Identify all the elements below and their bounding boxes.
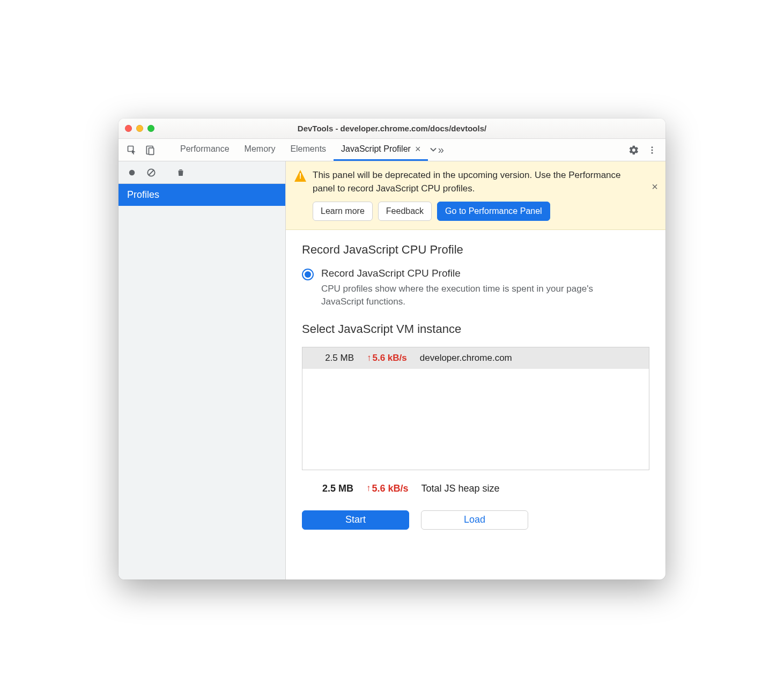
tab-memory[interactable]: Memory <box>237 139 283 161</box>
svg-point-4 <box>652 149 653 151</box>
button-label: Learn more <box>321 206 365 216</box>
svg-line-8 <box>149 170 154 175</box>
load-button[interactable]: Load <box>421 510 528 530</box>
deprecation-banner: This panel will be deprecated in the upc… <box>286 161 665 230</box>
heap-total-row: 2.5 MB ↑5.6 kB/s Total JS heap size <box>302 481 649 496</box>
total-rate: ↑5.6 kB/s <box>366 483 409 494</box>
sidebar-item-label: Profiles <box>127 189 159 200</box>
devtools-window: DevTools - developer.chrome.com/docs/dev… <box>119 118 665 580</box>
tab-label: Memory <box>245 144 276 154</box>
tab-javascript-profiler[interactable]: JavaScript Profiler × <box>334 139 428 161</box>
minimize-window-button[interactable] <box>136 125 143 132</box>
window-title: DevTools - developer.chrome.com/docs/dev… <box>119 124 665 133</box>
titlebar: DevTools - developer.chrome.com/docs/dev… <box>119 118 665 139</box>
zoom-window-button[interactable] <box>147 125 154 132</box>
go-to-performance-button[interactable]: Go to Performance Panel <box>437 202 550 221</box>
close-banner-icon[interactable]: × <box>652 181 658 193</box>
clear-icon[interactable] <box>143 165 159 181</box>
feedback-button[interactable]: Feedback <box>378 202 432 221</box>
tab-label: Elements <box>290 144 326 154</box>
svg-point-5 <box>652 152 653 153</box>
tab-label: Performance <box>180 144 230 154</box>
close-window-button[interactable] <box>125 125 132 132</box>
radio-label: Record JavaScript CPU Profile <box>321 268 600 279</box>
device-toolbar-icon[interactable] <box>142 142 158 158</box>
vm-instance-row[interactable]: 2.5 MB ↑5.6 kB/s developer.chrome.com <box>302 347 649 369</box>
up-arrow-icon: ↑ <box>367 353 372 363</box>
vm-size: 2.5 MB <box>311 353 354 363</box>
button-label: Load <box>464 514 485 525</box>
main-panel: This panel will be deprecated in the upc… <box>286 161 665 580</box>
settings-icon[interactable] <box>626 142 642 158</box>
record-icon[interactable] <box>124 165 140 181</box>
vm-rate: ↑5.6 kB/s <box>367 353 407 363</box>
banner-text: This panel will be deprecated in the upc… <box>313 169 641 195</box>
button-label: Feedback <box>386 206 424 216</box>
start-button[interactable]: Start <box>302 510 409 530</box>
svg-point-3 <box>652 146 653 148</box>
sidebar-toolbar <box>119 161 285 184</box>
radio-icon <box>302 269 314 280</box>
window-controls <box>125 125 154 132</box>
tab-elements[interactable]: Elements <box>283 139 334 161</box>
tab-performance[interactable]: Performance <box>173 139 237 161</box>
delete-icon[interactable] <box>173 165 189 181</box>
sidebar: Profiles <box>119 161 286 580</box>
sidebar-item-profiles[interactable]: Profiles <box>119 184 285 206</box>
action-buttons: Start Load <box>302 510 649 530</box>
svg-point-6 <box>129 169 135 175</box>
vm-instance-list: 2.5 MB ↑5.6 kB/s developer.chrome.com <box>302 347 649 470</box>
vm-heading: Select JavaScript VM instance <box>302 322 649 336</box>
total-label: Total JS heap size <box>421 483 500 494</box>
profile-type-option[interactable]: Record JavaScript CPU Profile CPU profil… <box>302 268 649 308</box>
profile-heading: Record JavaScript CPU Profile <box>302 243 649 257</box>
tab-label: JavaScript Profiler <box>341 144 411 154</box>
up-arrow-icon: ↑ <box>366 483 371 494</box>
learn-more-button[interactable]: Learn more <box>313 202 373 221</box>
button-label: Start <box>345 514 366 525</box>
close-tab-icon[interactable]: × <box>415 144 421 155</box>
button-label: Go to Performance Panel <box>445 206 542 216</box>
panel-tabs: Performance Memory Elements JavaScript P… <box>173 139 611 161</box>
more-tabs-icon[interactable]: » <box>428 142 444 158</box>
vm-host: developer.chrome.com <box>420 353 512 363</box>
radio-description: CPU profiles show where the execution ti… <box>321 283 600 308</box>
warning-icon <box>294 170 306 182</box>
main-tabbar: Performance Memory Elements JavaScript P… <box>119 139 665 161</box>
inspect-element-icon[interactable] <box>124 142 140 158</box>
content: Record JavaScript CPU Profile Record Jav… <box>286 230 665 580</box>
total-size: 2.5 MB <box>310 483 353 494</box>
panel-body: Profiles This panel will be deprecated i… <box>119 161 665 580</box>
kebab-menu-icon[interactable] <box>644 142 660 158</box>
svg-rect-2 <box>149 147 154 154</box>
